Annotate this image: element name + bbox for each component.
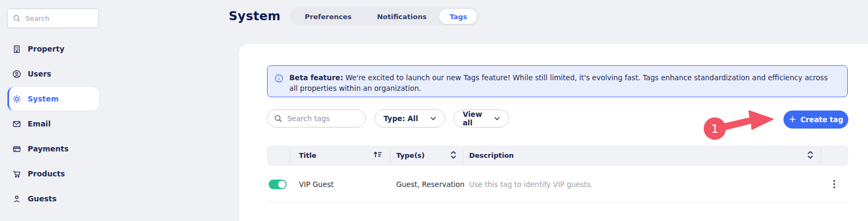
column-header-description: Description <box>469 151 514 159</box>
sidebar-item-label: Users <box>28 70 51 78</box>
toggle-knob <box>278 181 286 188</box>
sidebar-item-payments[interactable]: Payments <box>7 137 99 160</box>
sidebar-item-system[interactable]: System <box>7 87 99 110</box>
sidebar-item-label: Guests <box>28 194 56 203</box>
view-filter-value: View all <box>463 110 494 127</box>
view-filter-dropdown[interactable]: View all <box>454 109 509 128</box>
sidebar-search[interactable] <box>7 8 99 28</box>
chevron-down-icon <box>494 117 500 121</box>
sidebar-item-label: System <box>28 95 59 103</box>
search-icon <box>274 114 282 123</box>
create-tag-button[interactable]: + Create tag <box>783 110 848 129</box>
sidebar-item-email[interactable]: Email <box>7 112 99 135</box>
sidebar-item-users[interactable]: Users <box>7 62 99 86</box>
gear-icon <box>12 94 21 104</box>
info-icon <box>274 74 283 97</box>
tab-notifications[interactable]: Notifications <box>364 9 439 24</box>
sort-ascending-icon[interactable] <box>373 150 382 160</box>
tab-bar: Preferences Notifications Tags <box>290 7 479 26</box>
tag-title-cell: VIP Guest <box>299 180 333 189</box>
column-divider <box>463 149 463 163</box>
table-row: VIP Guest Guest, Reservation Use this ta… <box>267 166 848 202</box>
sidebar-item-label: Property <box>28 45 64 53</box>
tag-types-cell: Guest, Reservation <box>396 180 464 189</box>
tag-description-cell: Use this tag to identify VIP guests. <box>469 180 592 189</box>
sort-both-icon[interactable] <box>807 150 814 161</box>
sort-both-icon[interactable] <box>450 150 457 161</box>
column-divider <box>290 149 290 163</box>
cart-icon <box>12 169 21 178</box>
row-actions-kebab-icon[interactable] <box>831 178 838 191</box>
tag-enabled-toggle[interactable] <box>269 180 287 189</box>
tab-tags[interactable]: Tags <box>439 9 477 24</box>
page-title: System <box>229 9 281 23</box>
column-divider <box>821 149 821 163</box>
email-icon <box>12 119 21 129</box>
beta-banner-text: Beta feature: We're excited to launch ou… <box>289 73 837 97</box>
sidebar-item-label: Payments <box>28 144 69 153</box>
sidebar-item-label: Products <box>28 169 65 178</box>
column-divider <box>390 149 390 163</box>
credit-card-icon <box>12 144 21 154</box>
tab-preferences[interactable]: Preferences <box>292 9 364 24</box>
table-header: Title Type(s) Description <box>267 146 848 166</box>
plus-icon: + <box>789 114 796 124</box>
sidebar-item-guests[interactable]: Guests <box>7 187 99 210</box>
chevron-down-icon <box>430 117 436 121</box>
beta-banner-title: Beta feature: <box>289 73 343 82</box>
person-icon <box>12 194 21 203</box>
search-tags-input[interactable] <box>287 114 351 123</box>
search-tags-field[interactable] <box>267 109 366 128</box>
search-icon <box>13 14 21 22</box>
building-icon <box>12 44 21 54</box>
beta-banner: Beta feature: We're excited to launch ou… <box>267 65 848 97</box>
create-tag-label: Create tag <box>800 115 843 124</box>
column-header-types: Type(s) <box>396 151 425 159</box>
column-header-title: Title <box>299 151 316 159</box>
type-filter-dropdown[interactable]: Type: All <box>374 109 445 128</box>
type-filter-value: Type: All <box>383 114 418 123</box>
sidebar-search-input[interactable] <box>26 14 84 22</box>
sidebar-item-label: Email <box>28 120 51 128</box>
users-icon <box>12 69 21 79</box>
sidebar-nav: Property Users System <box>0 37 106 212</box>
sidebar-item-products[interactable]: Products <box>7 162 99 185</box>
sidebar-item-property[interactable]: Property <box>7 37 99 61</box>
